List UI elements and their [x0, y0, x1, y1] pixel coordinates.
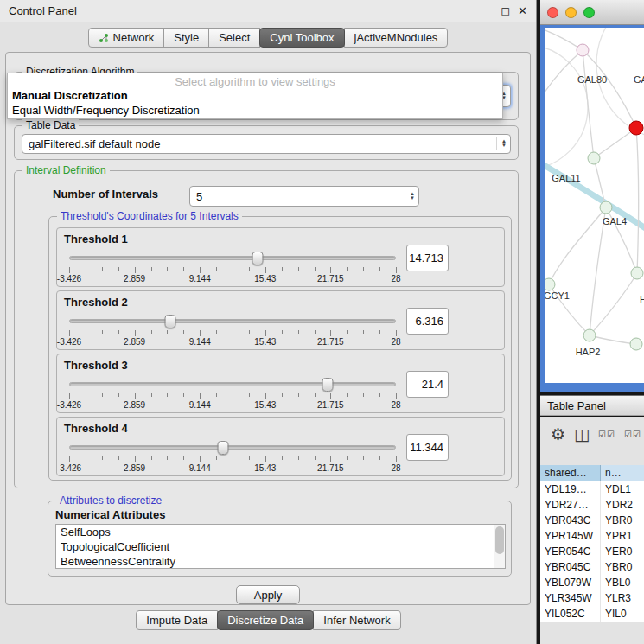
node-label-gal80: GAL80 — [577, 74, 607, 85]
slider-track[interactable] — [69, 445, 396, 450]
right-panels: GAL80 GAL11 GAL4 GCY1 HAP2 GA H Table Pa… — [540, 0, 644, 644]
table-row[interactable]: YPR145WYPR1 — [540, 528, 644, 544]
tab-style[interactable]: Style — [163, 28, 209, 48]
graph-node[interactable] — [631, 267, 644, 280]
number-of-intervals-combo[interactable]: 5 ▲▼ — [189, 186, 419, 207]
cell[interactable]: YLR3 — [601, 590, 644, 606]
select-columns-icon[interactable]: ☑☑ — [598, 430, 615, 439]
dropdown-option-equal-width-frequency[interactable]: Equal Width/Frequency Discretization — [8, 103, 502, 118]
cell[interactable]: YPR145W — [540, 528, 601, 544]
graph-node[interactable] — [577, 44, 590, 57]
float-window-icon[interactable]: ◻ — [501, 5, 510, 16]
dropdown-placeholder: Select algorithm to view settings — [8, 73, 502, 88]
slider-ticks — [69, 330, 396, 336]
close-window-icon[interactable]: ✕ — [518, 5, 527, 16]
cell[interactable]: YDR27… — [540, 497, 601, 513]
table-row[interactable]: YBR043CYBR0 — [540, 513, 644, 528]
top-tab-bar: Network Style Select Cyni Toolbox jActiv… — [0, 28, 536, 48]
cell[interactable]: YDL1 — [601, 481, 644, 497]
table-data-combo[interactable]: galFiltered.sif default node ▲▼ — [22, 134, 511, 154]
cell[interactable]: YLR345W — [540, 590, 601, 606]
cell[interactable]: YBR0 — [601, 559, 644, 575]
slider-thumb[interactable] — [217, 441, 228, 455]
threshold-slider[interactable] — [69, 378, 396, 392]
graph-node[interactable] — [600, 201, 613, 214]
tab-discretize-data[interactable]: Discretize Data — [217, 610, 314, 630]
table-row[interactable]: YDL19…YDL1 — [540, 481, 644, 497]
cell[interactable]: YIL052C — [540, 606, 601, 622]
column-header-shared[interactable]: shared… — [540, 465, 601, 481]
list-item[interactable]: SelfLoops — [56, 525, 505, 539]
close-traffic-light-icon[interactable] — [547, 7, 558, 18]
dropdown-option-manual-discretization[interactable]: Manual Discretization — [8, 88, 502, 103]
zoom-traffic-light-icon[interactable] — [583, 7, 595, 18]
tab-impute-data[interactable]: Impute Data — [136, 610, 218, 630]
tab-label: Style — [174, 31, 199, 44]
table-row[interactable]: YLR345WYLR3 — [540, 590, 644, 606]
gear-icon[interactable]: ⚙ — [551, 426, 565, 443]
column-header-name[interactable]: n… — [601, 465, 644, 481]
tab-select[interactable]: Select — [208, 28, 260, 48]
threshold-label: Threshold 4 — [64, 422, 128, 435]
cell[interactable]: YDL19… — [540, 481, 601, 497]
table-row[interactable]: YBL079WYBL0 — [540, 575, 644, 590]
tab-cyni-toolbox[interactable]: Cyni Toolbox — [259, 28, 344, 48]
list-scrollbar[interactable] — [494, 525, 505, 568]
tab-jactivemnodules[interactable]: jActiveMNodules — [344, 28, 449, 48]
tab-network[interactable]: Network — [88, 28, 165, 48]
slider-scale-labels: -3.4262.8599.14415.4321.71528 — [69, 400, 396, 410]
slider-ticks — [69, 393, 396, 399]
graph-node-selected[interactable] — [629, 121, 644, 136]
slider-thumb[interactable] — [165, 315, 176, 328]
slider-track[interactable] — [69, 382, 396, 386]
minimize-traffic-light-icon[interactable] — [565, 7, 577, 18]
select-rows-icon[interactable]: ☑☑ — [624, 430, 641, 439]
cell[interactable]: YBL0 — [601, 575, 644, 590]
scrollbar-thumb[interactable] — [495, 526, 504, 554]
threshold-value-input[interactable] — [406, 371, 449, 398]
cell[interactable]: YER0 — [601, 544, 644, 559]
cell[interactable]: YER054C — [540, 544, 601, 559]
cell[interactable]: YPR1 — [601, 528, 644, 544]
threshold-value-input[interactable] — [406, 434, 449, 461]
slider-track[interactable] — [69, 319, 396, 323]
node-label-gal11: GAL11 — [552, 173, 580, 183]
table-row[interactable]: YBR045CYBR0 — [540, 559, 644, 575]
table-row[interactable]: YER054CYER0 — [540, 544, 644, 559]
list-item[interactable]: BetweennessCentrality — [56, 554, 505, 569]
numerical-attributes-list[interactable]: SelfLoops TopologicalCoefficient Between… — [55, 524, 506, 569]
cell[interactable]: YBR043C — [540, 513, 601, 528]
threshold-value-input[interactable] — [406, 308, 449, 335]
tab-label: Impute Data — [146, 614, 207, 627]
tab-infer-network[interactable]: Infer Network — [313, 610, 400, 630]
table-row[interactable]: YIL052CYIL0 — [540, 606, 644, 622]
network-canvas[interactable]: GAL80 GAL11 GAL4 GCY1 HAP2 GA H — [545, 28, 644, 383]
cell[interactable]: YBR0 — [601, 513, 644, 528]
slider-track[interactable] — [69, 256, 396, 260]
slider-thumb[interactable] — [252, 252, 264, 265]
graph-node[interactable] — [588, 152, 601, 165]
network-window: GAL80 GAL11 GAL4 GCY1 HAP2 GA H — [540, 0, 644, 392]
cell[interactable]: YDR2 — [601, 497, 644, 513]
apply-button[interactable]: Apply — [236, 585, 300, 604]
node-table: shared… n… YDL19…YDL1 YDR27…YDR2 YBR043C… — [540, 465, 644, 622]
graph-node[interactable] — [583, 329, 596, 342]
tab-label: Network — [113, 31, 155, 44]
cell[interactable]: YIL0 — [601, 606, 644, 622]
threshold-slider[interactable] — [69, 315, 396, 328]
number-of-intervals-value: 5 — [196, 190, 405, 203]
cell[interactable]: YBR045C — [540, 559, 601, 575]
table-row[interactable]: YDR27…YDR2 — [540, 497, 644, 513]
list-item[interactable]: TopologicalCoefficient — [56, 539, 505, 554]
tab-label: Infer Network — [323, 614, 390, 627]
graph-node[interactable] — [630, 338, 643, 351]
threshold-slider[interactable] — [69, 441, 396, 455]
threshold-value-input[interactable] — [406, 245, 449, 271]
number-of-intervals-label: Number of Intervals — [53, 188, 158, 201]
slider-thumb[interactable] — [322, 378, 333, 392]
columns-icon[interactable]: ◫ — [574, 426, 590, 443]
cell[interactable]: YBL079W — [540, 575, 601, 590]
slider-scale-labels: -3.4262.8599.14415.4321.71528 — [69, 463, 396, 473]
threshold-slider[interactable] — [69, 252, 396, 265]
control-panel-titlebar: Control Panel ◻ ✕ — [0, 0, 536, 22]
